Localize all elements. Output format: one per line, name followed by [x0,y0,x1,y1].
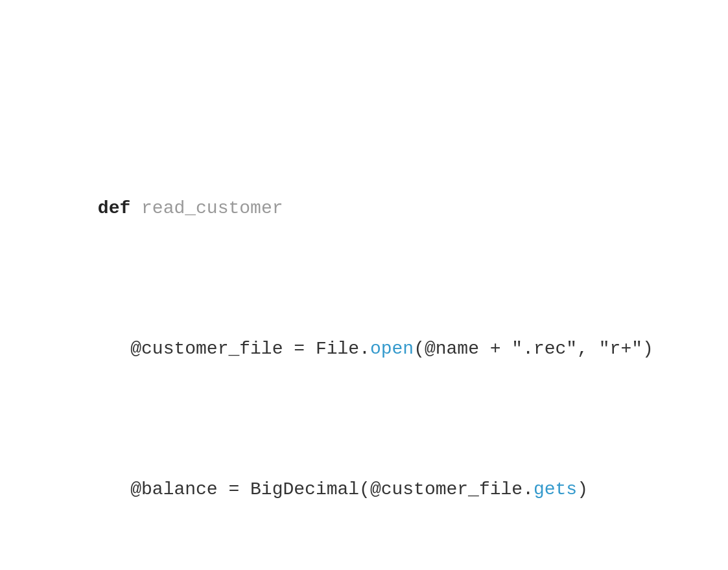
rc-code-2: @balance = BigDecimal(@customer_file. [130,479,534,499]
rc-code-1: @customer_file = File. [130,339,370,359]
code-display: def read_customer @customer_file = File.… [32,26,696,570]
gets-method: gets [534,479,577,499]
rc-line-1: def read_customer [32,166,696,251]
indent-space [98,475,130,503]
rc-line-3: @balance = BigDecimal(@customer_file.get… [32,448,696,532]
rc-code-1b: (@name + ".rec", "r+") [414,339,653,359]
rc-line-2: @customer_file = File.open(@name + ".rec… [32,307,696,391]
indent-space [98,335,130,363]
keyword-def: def [98,198,141,218]
rc-code-2b: ) [577,479,588,499]
read-customer-section: def read_customer @customer_file = File.… [32,110,696,570]
method-read-customer: read_customer [141,198,283,218]
open-method: open [370,339,414,359]
